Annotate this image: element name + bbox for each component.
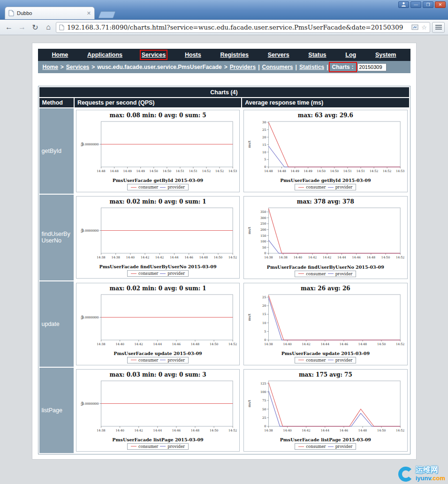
svg-text:14:46: 14:46 xyxy=(340,342,348,346)
chart-title: max: 63 avg: 29.6 xyxy=(245,112,406,119)
snapshot-icon[interactable] xyxy=(411,24,418,30)
svg-text:14:38: 14:38 xyxy=(265,342,273,346)
svg-text:14:46: 14:46 xyxy=(340,429,348,432)
svg-text:14:40: 14:40 xyxy=(294,256,302,259)
svg-text:14:49: 14:49 xyxy=(123,169,131,173)
chart-legend: consumer provider xyxy=(127,443,189,450)
date-input[interactable] xyxy=(357,63,387,71)
svg-text:14:40: 14:40 xyxy=(283,342,292,346)
svg-text:14:44: 14:44 xyxy=(321,342,329,346)
breadcrumb-providers[interactable]: Providers xyxy=(230,64,256,70)
nav-item-hosts[interactable]: Hosts xyxy=(185,52,201,58)
svg-text:14:50: 14:50 xyxy=(377,429,386,432)
url-text[interactable]: 192.168.3.71:8090/charts.html?service=wu… xyxy=(67,23,409,31)
chart-legend: consumer provider xyxy=(295,184,356,190)
response-time-plot: 0510152025ms/t14:3814:4014:4214:4414:461… xyxy=(245,292,406,352)
svg-text:14:38: 14:38 xyxy=(279,256,288,259)
svg-text:14:42: 14:42 xyxy=(302,342,311,346)
chart-title: max: 0.02 min: 0 avg: 0 sum: 1 xyxy=(77,285,238,292)
iyunv-logo-icon xyxy=(397,466,414,483)
breadcrumb-divider: | xyxy=(296,64,297,70)
svg-text:14:42: 14:42 xyxy=(134,342,143,346)
consumer-dash-icon xyxy=(298,187,304,188)
svg-text:0.0000000: 0.0000000 xyxy=(82,229,99,233)
svg-text:14:52: 14:52 xyxy=(215,169,224,173)
svg-text:14:44: 14:44 xyxy=(153,342,161,346)
column-header-qps: Requests per second (QPS) xyxy=(75,98,241,107)
watermark: 运维网 iyunv.com xyxy=(397,466,445,483)
chart-caption: PmsUserFacade listPage 2015-03-09 xyxy=(245,437,406,442)
nav-item-services[interactable]: Services xyxy=(142,52,166,58)
svg-text:14:52: 14:52 xyxy=(370,169,378,173)
svg-text:14:40: 14:40 xyxy=(115,429,124,432)
refresh-button[interactable]: ↻ xyxy=(30,23,41,32)
nav-item-log[interactable]: Log xyxy=(345,52,356,58)
chart-caption: PmsUserFacade findUserByUserNo 2015-03-0… xyxy=(245,265,406,270)
forward-button[interactable]: → xyxy=(16,23,28,31)
svg-text:14:53: 14:53 xyxy=(228,169,237,173)
svg-text:14:50: 14:50 xyxy=(163,169,171,173)
breadcrumb-service-name: wusc.edu.facade.user.service.PmsUserFaca… xyxy=(97,64,221,70)
svg-text:14:40: 14:40 xyxy=(283,429,292,432)
consumer-dash-icon xyxy=(298,360,304,360)
svg-text:14:50: 14:50 xyxy=(214,256,222,259)
breadcrumb-statistics[interactable]: Statistics xyxy=(299,64,324,70)
nav-item-servers[interactable]: Servers xyxy=(268,52,289,58)
legend-consumer-label: consumer xyxy=(138,358,158,363)
svg-text:14:52: 14:52 xyxy=(228,429,237,432)
back-button[interactable]: ← xyxy=(3,23,15,31)
response-time-chart: max: 26 avg: 26 0510152025ms/t14:3814:40… xyxy=(243,283,407,365)
account-button[interactable] xyxy=(398,1,409,8)
breadcrumb-services[interactable]: Services xyxy=(66,64,89,70)
close-button[interactable]: ✕ xyxy=(435,1,446,8)
chart-caption: PmsUserFacade findUserByUserNo 2015-03-0… xyxy=(77,264,238,269)
bookmark-star-icon[interactable]: ☆ xyxy=(421,24,427,31)
svg-text:t/s: t/s xyxy=(80,315,84,319)
svg-text:14:42: 14:42 xyxy=(308,256,317,259)
legend-consumer-label: consumer xyxy=(306,358,326,363)
minimize-button[interactable]: — xyxy=(410,1,421,8)
svg-text:14:44: 14:44 xyxy=(170,256,178,259)
menu-icon[interactable] xyxy=(432,22,445,33)
breadcrumb-consumers[interactable]: Consumers xyxy=(262,64,293,70)
qps-chart: max: 0.02 min: 0 avg: 0 sum: 1 0.0000000… xyxy=(76,196,240,279)
breadcrumb-charts[interactable]: Charts : xyxy=(331,64,355,70)
svg-text:0: 0 xyxy=(264,338,266,342)
address-bar[interactable]: 192.168.3.71:8090/charts.html?service=wu… xyxy=(56,22,430,33)
nav-item-system[interactable]: System xyxy=(375,52,396,58)
chart-title: max: 0.02 min: 0 avg: 0 sum: 1 xyxy=(77,198,238,205)
provider-dash-icon xyxy=(328,187,334,188)
breadcrumb-home[interactable]: Home xyxy=(43,64,58,70)
maximize-button[interactable]: ❐ xyxy=(423,1,433,8)
svg-text:14:49: 14:49 xyxy=(291,169,299,173)
svg-text:14:42: 14:42 xyxy=(323,256,331,259)
breadcrumb: Home > Services > wusc.edu.facade.user.s… xyxy=(38,61,410,73)
svg-text:50: 50 xyxy=(262,407,266,411)
nav-item-home[interactable]: Home xyxy=(52,52,68,58)
legend-provider-label: provider xyxy=(335,272,353,276)
nav-item-applications[interactable]: Applications xyxy=(87,52,122,58)
svg-text:14:38: 14:38 xyxy=(111,256,120,259)
svg-text:14:38: 14:38 xyxy=(97,342,105,346)
svg-text:ms/t: ms/t xyxy=(247,227,251,234)
response-time-plot: 051015202530ms/t14:4814:4814:4914:4914:5… xyxy=(245,119,406,179)
browser-tab[interactable]: Dubbo ✕ xyxy=(5,7,95,19)
svg-text:14:52: 14:52 xyxy=(396,342,404,346)
breadcrumb-separator: > xyxy=(91,64,95,70)
browser-titlebar: — ❐ ✕ Dubbo ✕ xyxy=(0,0,448,20)
table-row: findUserByUserNo max: 0.02 min: 0 avg: 0… xyxy=(39,195,409,280)
tab-close-icon[interactable]: ✕ xyxy=(87,10,91,16)
svg-text:14:50: 14:50 xyxy=(317,169,326,173)
nav-item-registries[interactable]: Registries xyxy=(220,52,248,58)
svg-text:100: 100 xyxy=(260,240,266,243)
nav-item-status[interactable]: Status xyxy=(308,52,326,58)
page-icon xyxy=(59,24,64,30)
new-tab-button[interactable] xyxy=(98,11,115,18)
page-background: Home Applications Services Hosts Registr… xyxy=(0,36,448,484)
home-button[interactable]: ⌂ xyxy=(43,23,54,31)
svg-text:14:48: 14:48 xyxy=(191,342,199,346)
content-panel: Home Applications Services Hosts Registr… xyxy=(32,43,417,460)
svg-text:25: 25 xyxy=(262,128,266,132)
chart-legend: consumer provider xyxy=(295,443,356,450)
chart-legend: consumer provider xyxy=(295,357,356,363)
